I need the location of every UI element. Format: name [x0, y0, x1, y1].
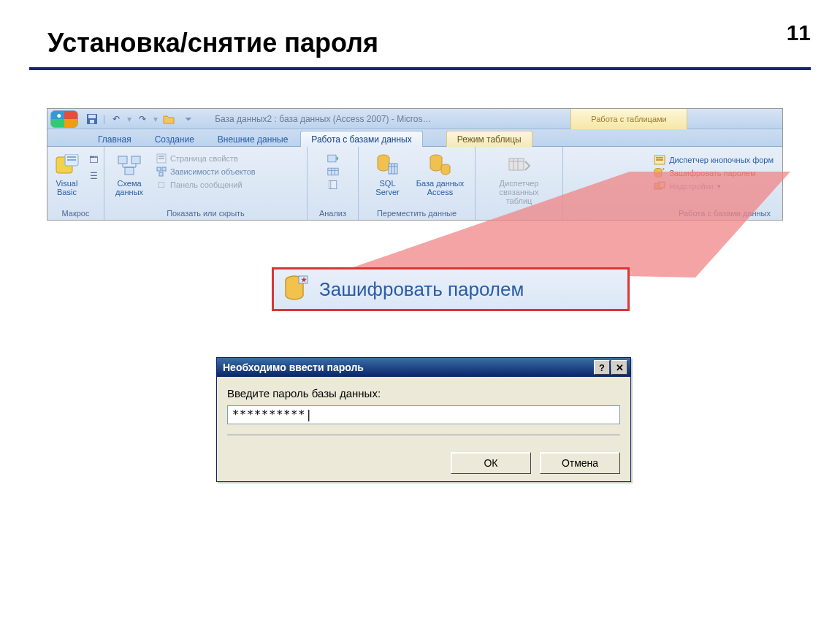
vb-label: Visual Basic [56, 179, 78, 196]
folder-icon[interactable] [162, 112, 175, 126]
access-label: База данных Access [416, 179, 465, 196]
tab-home[interactable]: Главная [87, 131, 142, 147]
ribbon-titlebar: | ↶ ▾ ↷ ▾ ⏷ База данных2 : база данных (… [47, 109, 782, 129]
office-button[interactable] [50, 110, 78, 128]
svg-rect-13 [157, 167, 161, 171]
analyze-doc-icon[interactable] [327, 179, 339, 191]
svg-rect-11 [159, 156, 164, 157]
tab-dbtools[interactable]: Работа с базами данных [300, 131, 422, 147]
ribbon: | ↶ ▾ ↷ ▾ ⏷ База данных2 : база данных (… [47, 108, 783, 221]
addins-label: Надстройки [669, 182, 713, 191]
encrypt-callout-icon: ★ [284, 275, 309, 304]
switchboard-manager-button[interactable]: Диспетчер кнопочных форм [654, 154, 774, 166]
sql-label: SQL Server [375, 179, 399, 196]
linked-label: Диспетчер связанных таблиц [499, 179, 540, 205]
group-analyze: Анализ [308, 147, 359, 220]
message-bar-button[interactable]: ☐ Панель сообщений [156, 179, 256, 191]
svg-rect-24 [509, 158, 524, 170]
encrypt-callout: ★ Зашифровать паролем [272, 267, 630, 311]
password-dialog: Необходимо ввести пароль ? ✕ Введите пар… [216, 357, 631, 482]
switchboard-icon [654, 154, 665, 166]
tab-datasheet[interactable]: Режим таблицы [446, 131, 532, 147]
svg-rect-12 [159, 158, 164, 159]
object-deps-button[interactable]: Зависимости объектов [156, 166, 256, 177]
encrypt-icon: * [654, 167, 665, 179]
window-title: База данных2 : база данных (Access 2007)… [215, 114, 431, 124]
help-icon: ? [599, 362, 605, 373]
group-move: SQL Server База данных Access Переместит… [359, 147, 476, 220]
group-dbtools: Диспетчер кнопочных форм * Зашифровать п… [563, 147, 782, 220]
encrypt-callout-text: Зашифровать паролем [319, 278, 524, 301]
ribbon-tabs: Главная Создание Внешние данные Работа с… [47, 129, 782, 147]
group-macro-label: Макрос [52, 207, 99, 220]
cancel-button[interactable]: Отмена [540, 452, 620, 474]
contextual-tab-header: Работа с таблицами [570, 109, 687, 129]
password-label: Введите пароль базы данных: [227, 387, 620, 399]
macro-structure-icon[interactable]: ☰ [88, 170, 99, 182]
visual-basic-button[interactable]: Visual Basic [52, 150, 82, 196]
group-show-label: Показать или скрыть [109, 207, 302, 220]
group-linked-label [480, 207, 558, 220]
dialog-title: Необходимо ввести пароль [223, 362, 364, 373]
group-linked: Диспетчер связанных таблиц [476, 147, 563, 220]
linked-table-manager-button: Диспетчер связанных таблиц [499, 150, 540, 205]
redo-icon[interactable]: ↷ [136, 112, 149, 126]
macro-run-icon[interactable]: 🗔 [88, 154, 99, 166]
tab-external[interactable]: Внешние данные [207, 131, 299, 147]
encrypt-password-button[interactable]: * Зашифровать паролем [654, 167, 774, 179]
group-move-label: Переместить данные [363, 207, 470, 220]
addins-icon [654, 180, 665, 192]
property-sheet-icon [156, 153, 167, 164]
property-sheet-label: Страница свойств [170, 154, 238, 163]
svg-rect-8 [131, 156, 140, 164]
schema-label: Схема данных [115, 179, 143, 196]
close-icon: ✕ [616, 362, 624, 373]
help-button[interactable]: ? [594, 360, 610, 375]
slide-rule [29, 67, 811, 70]
svg-text:★: ★ [301, 276, 308, 283]
svg-rect-27 [656, 159, 663, 161]
svg-text:*: * [663, 167, 665, 172]
undo-icon[interactable]: ↶ [110, 112, 123, 126]
group-show: Схема данных Страница свойств Зависимост… [104, 147, 308, 220]
svg-rect-26 [656, 157, 663, 158]
svg-rect-31 [659, 182, 665, 188]
dialog-separator [227, 435, 620, 436]
svg-rect-14 [162, 167, 166, 171]
password-input[interactable] [227, 405, 620, 424]
object-deps-icon [156, 166, 167, 177]
relationships-button[interactable]: Схема данных [109, 150, 150, 196]
slide-number: 11 [787, 20, 811, 45]
addins-button[interactable]: Надстройки [654, 180, 774, 192]
svg-rect-7 [118, 156, 127, 164]
ok-button[interactable]: ОК [451, 452, 531, 474]
switchboard-label: Диспетчер кнопочных форм [669, 156, 774, 164]
svg-rect-1 [88, 115, 96, 118]
property-sheet-button[interactable]: Страница свойств [156, 153, 256, 164]
group-analyze-label: Анализ [312, 207, 354, 220]
svg-rect-6 [67, 159, 76, 161]
analyze-performance-icon[interactable] [327, 153, 339, 164]
save-icon[interactable] [85, 112, 99, 126]
svg-rect-15 [159, 172, 163, 176]
analyze-table-icon[interactable] [327, 166, 339, 177]
message-bar-label: Панель сообщений [170, 180, 243, 189]
svg-rect-16 [327, 155, 335, 162]
slide-title: Установка/снятие пароля [47, 28, 378, 58]
checkbox-icon: ☐ [156, 179, 167, 191]
dialog-titlebar[interactable]: Необходимо ввести пароль ? ✕ [217, 358, 630, 377]
ribbon-body: Visual Basic 🗔 ☰ Макрос Схема данных [47, 147, 782, 220]
group-macro: Visual Basic 🗔 ☰ Макрос [47, 147, 104, 220]
access-db-button[interactable]: База данных Access [414, 150, 467, 196]
sql-server-button[interactable]: SQL Server [367, 150, 408, 196]
group-dbtools-label: Работа с базами данных [568, 207, 778, 220]
svg-rect-2 [90, 120, 94, 123]
svg-rect-9 [125, 167, 134, 175]
svg-rect-19 [330, 180, 336, 188]
tab-create[interactable]: Создание [144, 131, 205, 147]
object-deps-label: Зависимости объектов [170, 167, 256, 176]
svg-rect-5 [67, 156, 76, 158]
svg-rect-17 [327, 168, 337, 175]
svg-rect-21 [389, 164, 397, 174]
close-button[interactable]: ✕ [611, 360, 627, 375]
